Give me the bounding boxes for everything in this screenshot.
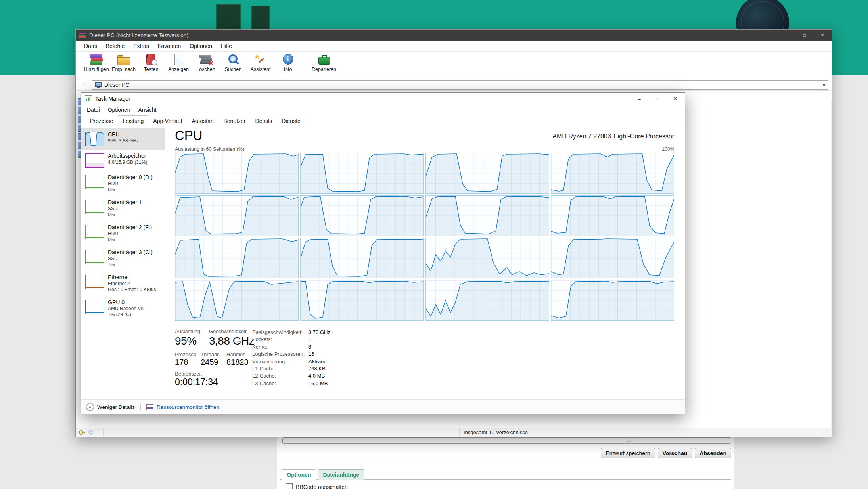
toolbar-l-schen[interactable]: Löschen	[193, 53, 218, 72]
resource-thumbnail	[85, 275, 104, 289]
toolbar-suchen[interactable]: Suchen	[220, 53, 246, 72]
forum-tab-dateianh-nge[interactable]: Dateianhänge	[318, 469, 364, 480]
up-one-level-button[interactable]	[79, 81, 89, 89]
resource-name: CPU	[108, 131, 139, 138]
tm-menu-ansicht[interactable]: Ansicht	[134, 107, 161, 113]
cpu-detail-label: Sockets:	[252, 336, 308, 342]
cpu-detail-label: L3-Cache:	[252, 380, 308, 386]
winrar-menu-hilfe[interactable]: Hilfe	[217, 43, 236, 49]
fewer-details-toggle[interactable]: Weniger Details	[97, 404, 135, 410]
bbcode-checkbox-label: BBCode ausschalten	[296, 484, 348, 489]
activity-line	[86, 187, 104, 189]
tm-tab-dienste[interactable]: Dienste	[277, 115, 305, 127]
resource-name: Arbeitsspeicher	[108, 153, 147, 159]
task-manager-title: Task-Manager	[95, 96, 130, 102]
minimize-button[interactable]	[630, 93, 648, 105]
forum-tab-optionen[interactable]: Optionen	[282, 469, 316, 480]
toolbar-label: Testen	[144, 67, 159, 72]
maximize-button[interactable]	[795, 30, 813, 41]
task-manager-tabs: ProzesseLeistungApp-VerlaufAutostartBenu…	[81, 115, 685, 127]
resource-stat: 4,9/15,9 GB (31%)	[108, 159, 147, 165]
winrar-menu-datei[interactable]: Datei	[80, 43, 102, 49]
winrar-menu-optionen[interactable]: Optionen	[185, 43, 217, 49]
stat-label: Prozesse	[175, 351, 196, 357]
performance-sidebar: CPU95% 3,88 GHzArbeitsspeicher4,9/15,9 G…	[81, 127, 165, 400]
resource-name: Datenträger 2 (F:)	[108, 224, 152, 231]
resource-stat: 0%	[108, 237, 152, 243]
toolbar-entp-nach[interactable]: Entp. nach	[111, 53, 136, 72]
close-button[interactable]	[667, 93, 685, 105]
stat-label: Threads	[201, 351, 220, 357]
forum-button-absenden[interactable]: Absenden	[695, 448, 731, 458]
cpu-detail-label: Kerne:	[252, 344, 308, 350]
tm-tab-details[interactable]: Details	[251, 115, 277, 127]
tm-tab-autostart[interactable]: Autostart	[187, 115, 218, 127]
activity-line	[86, 212, 104, 214]
tm-sidebar-ethernet[interactable]: EthernetEthernet 2Ges.: 0 Empf.: 0 KBit/…	[81, 271, 165, 296]
winrar-statusbar: Insgesamt 10 Verzeichnisse	[76, 428, 832, 437]
cpu-core-graphs	[175, 153, 674, 321]
resource-monitor-link[interactable]: Ressourcenmonitor öffnen	[157, 404, 219, 410]
tm-tab-leistung[interactable]: Leistung	[118, 115, 148, 127]
resource-stat: SSD	[108, 256, 153, 262]
disc-icon	[88, 430, 93, 435]
tm-menu-optionen[interactable]: Optionen	[104, 107, 134, 113]
tm-sidebar-gpu-0[interactable]: GPU 0AMD Radeon VII1% (29 °C)	[81, 296, 165, 321]
tm-sidebar-datentr-ger-1[interactable]: Datenträger 1SSD0%	[81, 196, 165, 221]
toolbar-label: Suchen	[225, 67, 241, 72]
chevron-down-icon[interactable]	[823, 81, 825, 88]
winrar-menu-extras[interactable]: Extras	[129, 43, 153, 49]
winrar-menu-favoriten[interactable]: Favoriten	[153, 43, 185, 49]
search-icon	[226, 53, 241, 66]
tm-tab-prozesse[interactable]: Prozesse	[85, 115, 118, 127]
toolbar-hinzuf-gen[interactable]: Hinzufügen	[84, 53, 109, 72]
forum-button-vorschau[interactable]: Vorschau	[658, 448, 692, 458]
address-combobox[interactable]: Dieser PC	[92, 80, 828, 90]
info-icon	[280, 53, 295, 66]
tm-menu-datei[interactable]: Datei	[83, 107, 104, 113]
maximize-button[interactable]	[648, 93, 667, 105]
wizard-icon	[253, 53, 268, 66]
extract-to-icon	[116, 53, 131, 66]
resource-label: GPU 0AMD Radeon VII1% (29 °C)	[108, 299, 144, 318]
cpu-core-graph-4	[551, 153, 674, 194]
tm-sidebar-datentr-ger-3-c[interactable]: Datenträger 3 (C:)SSD1%	[81, 246, 165, 271]
toolbar-reparieren[interactable]: Reparieren	[311, 53, 337, 72]
resize-handle-icon	[626, 439, 632, 442]
winrar-titlebar[interactable]: Dieser PC (Nicht lizenzierte Testversion…	[76, 30, 832, 41]
tm-tab-benutzer[interactable]: Benutzer	[219, 115, 251, 127]
toolbar-assistent[interactable]: Assistent	[248, 53, 273, 72]
close-button[interactable]	[813, 30, 832, 41]
cpu-detail-value: 768 KB	[308, 366, 330, 372]
tm-sidebar-cpu[interactable]: CPU95% 3,88 GHz	[81, 128, 165, 150]
toolbar-testen[interactable]: Testen	[138, 53, 164, 72]
uptime-value: 0:00:17:34	[175, 377, 218, 387]
tm-sidebar-datentr-ger-0-d[interactable]: Datenträger 0 (D:)HDD0%	[81, 171, 165, 196]
cpu-core-graph-3	[425, 153, 549, 194]
tm-sidebar-datentr-ger-2-f[interactable]: Datenträger 2 (F:)HDD0%	[81, 221, 165, 246]
task-manager-titlebar[interactable]: Task-Manager	[81, 93, 685, 105]
toolbar-anzeigen[interactable]: Anzeigen	[166, 53, 191, 72]
cpu-core-graph-10	[300, 238, 424, 278]
stat-label: Handles	[226, 351, 245, 357]
forum-button-entwurf-speichern[interactable]: Entwurf speichern	[601, 448, 655, 458]
cpu-core-graph-11	[425, 238, 549, 278]
toolbar-label: Anzeigen	[168, 67, 189, 72]
resource-name: Datenträger 0 (D:)	[108, 174, 153, 181]
resource-label: Datenträger 1SSD0%	[108, 199, 142, 218]
minimize-button[interactable]	[777, 30, 795, 41]
resource-thumbnail	[85, 132, 104, 146]
tm-sidebar-arbeitsspeicher[interactable]: Arbeitsspeicher4,9/15,9 GB (31%)	[81, 150, 165, 171]
toolbar-info[interactable]: Info	[275, 53, 301, 72]
resource-thumbnail	[85, 300, 104, 314]
winrar-status-text: Insgesamt 10 Verzeichnisse	[464, 430, 528, 435]
window-controls	[777, 30, 832, 41]
tm-tab-app-verlauf[interactable]: App-Verlauf	[148, 115, 187, 127]
test-archive-icon	[144, 53, 159, 66]
bbcode-option-row: BBCode ausschalten	[280, 480, 731, 489]
message-textarea[interactable]	[282, 437, 731, 444]
resource-label: CPU95% 3,88 GHz	[108, 131, 139, 146]
winrar-menu-befehle[interactable]: Befehle	[102, 43, 129, 49]
bbcode-checkbox[interactable]	[286, 483, 293, 489]
activity-line	[86, 262, 104, 264]
